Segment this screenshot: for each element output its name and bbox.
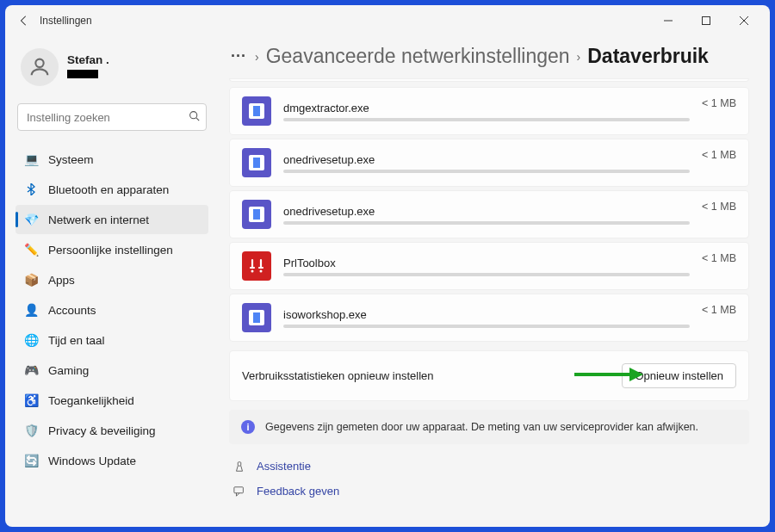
back-button[interactable] [12,9,36,33]
breadcrumb-current: Dataverbruik [587,45,709,68]
app-name: PrlToolbox [283,257,690,269]
info-banner: i Gegevens zijn gemeten door uw apparaat… [229,410,749,444]
app-row-4[interactable]: isoworkshop.exe< 1 MB [229,294,749,342]
reset-label: Verbruiksstatistieken opnieuw instellen [242,369,610,382]
nav-icon: 💻 [24,152,38,166]
usage-bar [283,221,690,225]
nav-label: Privacy & beveiliging [48,424,156,437]
app-size: < 1 MB [702,149,736,161]
window-title: Instellingen [40,15,92,27]
app-name: dmgextractor.exe [283,102,690,114]
info-icon: i [241,420,255,434]
svg-point-5 [190,112,197,119]
footer-links: Assistentie Feedback geven [229,456,749,501]
nav-label: Bluetooth en apparaten [48,183,169,196]
nav-icon: 👤 [24,303,38,317]
svg-rect-11 [238,461,241,465]
feedback-icon [232,486,246,498]
usage-bar [283,170,690,173]
app-icon [242,251,271,281]
chevron-right-icon: › [255,50,259,64]
nav-icon: 🔄 [24,454,38,467]
usage-bar [283,325,690,328]
app-row-1[interactable]: onedrivesetup.exe< 1 MB [229,139,749,187]
profile-name: Stefan . [67,53,109,66]
app-icon [242,303,271,332]
nav-icon: 🌐 [24,333,38,347]
nav-label: Persoonlijke instellingen [48,244,173,257]
nav-label: Tijd en taal [48,334,105,347]
sidebar-item-5[interactable]: 👤Accounts [16,295,208,325]
app-size: < 1 MB [702,252,736,264]
chevron-right-icon: › [577,50,581,64]
app-usage-list: dmgextractor.exe< 1 MBonedrivesetup.exe<… [229,87,749,342]
close-button[interactable] [725,8,763,34]
nav-label: Accounts [48,304,96,317]
nav-label: Windows Update [48,455,136,467]
reset-stats-row: Verbruiksstatistieken opnieuw instellen … [229,350,749,401]
feedback-link[interactable]: Feedback geven [232,481,749,501]
usage-bar [283,118,690,121]
nav-label: Systeem [48,153,94,166]
nav-icon: ♿ [24,393,38,407]
svg-rect-1 [703,17,710,25]
svg-point-4 [35,59,43,67]
search-icon [189,110,200,124]
nav-label: Netwerk en internet [48,213,149,226]
sidebar-item-4[interactable]: 📦Apps [16,265,208,294]
info-text: Gegevens zijn gemeten door uw apparaat. … [265,421,698,433]
list-top-edge [229,78,749,82]
sidebar-item-2[interactable]: 💎Netwerk en internet [16,205,208,234]
app-name: onedrivesetup.exe [283,205,690,218]
breadcrumb-more[interactable]: ··· [229,47,248,65]
sidebar-item-6[interactable]: 🌐Tijd en taal [16,325,208,355]
nav-label: Apps [48,274,75,287]
app-icon [242,148,271,177]
svg-rect-12 [234,486,244,492]
breadcrumb-parent[interactable]: Geavanceerde netwerkinstellingen [266,45,570,68]
avatar-icon [21,48,59,86]
minimize-button[interactable] [649,8,687,34]
search-input[interactable] [17,103,207,131]
settings-window: Instellingen Stefan . 💻Syst [5,5,770,527]
nav-icon: 🛡️ [24,424,38,437]
feedback-label: Feedback geven [257,485,339,498]
app-row-2[interactable]: onedrivesetup.exe< 1 MB [229,190,749,238]
titlebar: Instellingen [5,5,770,36]
svg-line-6 [196,118,199,121]
app-row-0[interactable]: dmgextractor.exe< 1 MB [229,87,749,135]
app-size: < 1 MB [702,304,736,316]
nav-icon: 📦 [24,273,38,287]
main-content: ··· › Geavanceerde netwerkinstellingen ›… [219,36,770,527]
app-name: onedrivesetup.exe [283,153,690,166]
app-size: < 1 MB [702,97,736,109]
nav-icon: 💎 [24,213,38,226]
sidebar-item-0[interactable]: 💻Systeem [16,145,208,174]
sidebar-item-8[interactable]: ♿Toegankelijkheid [16,386,208,415]
breadcrumb: ··· › Geavanceerde netwerkinstellingen ›… [229,45,749,68]
nav-label: Toegankelijkheid [48,394,134,407]
app-name: isoworkshop.exe [283,308,690,321]
help-link[interactable]: Assistentie [232,456,749,476]
sidebar-item-10[interactable]: 🔄Windows Update [16,446,208,475]
svg-marker-10 [629,368,643,381]
usage-bar [283,273,690,276]
app-size: < 1 MB [702,201,736,213]
maximize-button[interactable] [687,8,725,34]
svg-point-7 [251,270,254,273]
nav-icon: 🎮 [24,363,38,377]
sidebar-item-9[interactable]: 🛡️Privacy & beveiliging [16,416,208,445]
annotation-arrow [574,366,643,387]
profile-block[interactable]: Stefan . [16,43,208,96]
app-icon [242,200,271,229]
search-box[interactable] [17,103,207,131]
nav-list: 💻SysteemBluetooth en apparaten💎Netwerk e… [16,145,208,475]
sidebar-item-1[interactable]: Bluetooth en apparaten [16,175,208,204]
sidebar-item-3[interactable]: ✏️Persoonlijke instellingen [16,235,208,264]
sidebar-item-7[interactable]: 🎮Gaming [16,356,208,385]
nav-icon: ✏️ [24,243,38,257]
app-row-3[interactable]: PrlToolbox< 1 MB [229,242,749,290]
help-label: Assistentie [257,460,311,473]
nav-label: Gaming [48,364,89,377]
sidebar: Stefan . 💻SysteemBluetooth en apparaten💎… [5,36,219,527]
